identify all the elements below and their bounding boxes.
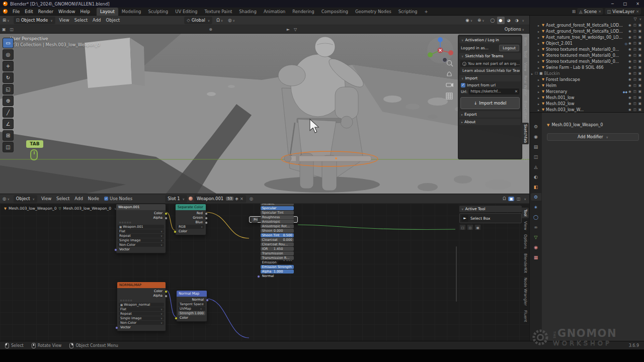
node-row[interactable]: Tangent Space xyxy=(178,302,205,306)
outliner-row[interactable]: ▸ ▼ Stereo textured mesh_Material0_0... … xyxy=(530,58,644,64)
node-title[interactable]: Weapon.001 xyxy=(116,204,166,210)
sidebar-tab[interactable]: BoxCutter xyxy=(522,99,529,121)
render-disable-icon[interactable]: ▣ xyxy=(638,47,641,51)
editor-type-button[interactable]: ⊞ ∨ xyxy=(0,18,12,23)
extensions-icon[interactable]: ⊞ xyxy=(572,9,576,14)
node-row[interactable]: Single Image xyxy=(119,316,164,320)
node-row[interactable]: Strength1.000 xyxy=(178,311,205,315)
workspace-tab[interactable]: Modeling xyxy=(118,8,145,16)
viewport-disable-icon[interactable]: ◫ xyxy=(633,59,636,63)
outliner-row[interactable]: ▸ ▼ Stereo textured mesh_Material0_0... … xyxy=(530,46,644,52)
snap-toggle[interactable]: Ω ∨ xyxy=(214,18,225,23)
properties-tab[interactable]: ▽ xyxy=(531,233,541,241)
object-visibility-dropdown[interactable]: ◉ ∨ xyxy=(463,18,475,23)
object-name[interactable]: Forest landscape xyxy=(546,77,628,82)
scene-selector[interactable]: ◬ Scene × xyxy=(577,8,603,15)
workspace-tab[interactable]: Layout xyxy=(97,8,118,16)
properties-tab[interactable]: ◐ xyxy=(531,173,541,180)
transform-orientation-select[interactable]: ◇ Global ∨ xyxy=(184,17,212,24)
node-row[interactable]: Alpha xyxy=(118,216,164,220)
node-row[interactable]: Specular0.500 xyxy=(261,206,294,210)
proportional-edit-toggle[interactable]: ◎ ∨ xyxy=(225,18,237,23)
close-button[interactable]: × xyxy=(631,0,644,8)
render-disable-icon[interactable]: ▣ xyxy=(638,35,641,39)
object-name[interactable]: Aset_ground_forest_M_tletcalfa_LOD... xyxy=(546,29,628,34)
tool-button[interactable]: ◎ xyxy=(3,49,14,60)
properties-tab[interactable]: ⚙ xyxy=(531,193,541,201)
expand-icon[interactable]: ▸ xyxy=(538,78,541,81)
tool-fallback-icon[interactable]: ▣ xyxy=(0,27,8,32)
workspace-tab[interactable]: Texture Paint xyxy=(201,8,236,16)
shading-material-button[interactable]: ◕ xyxy=(505,17,513,24)
node-image-texture-normal[interactable]: NORMALMAP Color Alpha Weapon_normal xyxy=(117,282,166,331)
expand-icon[interactable]: ▸ xyxy=(531,72,535,75)
workspace-tab[interactable]: Animation xyxy=(260,8,289,16)
outliner-row[interactable]: ▸ ▼ Helm ◉ ◫ ▣ xyxy=(530,82,644,88)
teams-section-header[interactable]: ∨ Sketchfab for Teams xyxy=(459,53,521,59)
workspace-tab[interactable]: Rendering xyxy=(289,8,317,16)
node-principled-bsdf[interactable]: Principled BSDF BSDF GGX Random Walk Bas… xyxy=(249,216,298,223)
import-section-header[interactable]: ∨ Import xyxy=(459,75,521,81)
viewport-disable-icon[interactable]: ◫ xyxy=(633,83,636,87)
expand-icon[interactable]: ▸ xyxy=(538,66,541,69)
node-row[interactable]: Roughness0.500 xyxy=(261,215,294,219)
node-row[interactable]: Color xyxy=(177,229,204,233)
render-disable-icon[interactable]: ▣ xyxy=(638,102,641,106)
sidebar-tab[interactable]: Node Wrangler xyxy=(522,276,529,307)
expand-icon[interactable]: ▸ xyxy=(538,96,541,100)
sidebar-tab[interactable]: Sketchfab xyxy=(522,123,529,144)
node-row[interactable]: Color xyxy=(178,316,205,320)
3d-viewport[interactable]: User Perspective (23) Collection | Mesh.… xyxy=(0,34,529,194)
node-separate-color[interactable]: Separate Color Red Green Blue RGB xyxy=(175,204,206,235)
hide-icon[interactable]: ◉ xyxy=(628,96,631,100)
viewport-disable-icon[interactable]: ◫ xyxy=(633,89,636,94)
node-row[interactable]: Alpha1.000 xyxy=(261,269,294,274)
render-disable-icon[interactable]: ▣ xyxy=(638,71,641,75)
expand-icon[interactable]: ▸ xyxy=(538,60,541,63)
hide-icon[interactable]: ◉ xyxy=(628,41,631,45)
render-disable-icon[interactable]: ▣ xyxy=(638,108,641,112)
render-disable-icon[interactable]: ▣ xyxy=(638,23,641,27)
render-disable-icon[interactable]: ▣ xyxy=(638,96,641,100)
tool-button[interactable]: ∠ xyxy=(3,119,14,129)
select-mode-extend-icon[interactable]: ◫ xyxy=(467,224,473,230)
node-row[interactable]: Weapon.001 xyxy=(118,225,164,229)
outliner-row[interactable]: ▸ ▼ Stereo textured mesh_Material0_0... … xyxy=(530,52,644,58)
viewport-disable-icon[interactable]: ◫ xyxy=(633,71,636,75)
activation-section-header[interactable]: ∨ Activation / Log in xyxy=(459,37,521,43)
node-row[interactable]: Clearcoat Rou...0.030 xyxy=(261,242,294,246)
outliner-row[interactable]: ▸ ▼ Mesh.003_low_W... ◉ ◫ ▣ xyxy=(530,107,644,113)
editor-options-icon[interactable]: ◫ xyxy=(517,197,521,201)
object-name[interactable]: Stereo textured mesh_Material0_0... xyxy=(546,53,628,58)
outliner-row[interactable]: ▸ ▼ Aset_ground_forest_M_tletcalfa_LOD..… xyxy=(530,28,644,34)
options-dropdown[interactable]: Options ∨ xyxy=(505,27,524,32)
viewlayer-unlink-icon[interactable]: × xyxy=(636,10,639,14)
node-row[interactable]: Specular Tint0.000 xyxy=(261,211,294,215)
hide-icon[interactable]: ◉ xyxy=(628,89,631,94)
viewport-menu[interactable]: Add xyxy=(90,16,103,24)
node-row[interactable]: Flat xyxy=(118,229,164,233)
expand-icon[interactable]: ▸ xyxy=(538,108,541,112)
fake-user-shield-icon[interactable]: ◈ xyxy=(235,196,238,201)
hide-icon[interactable]: ◉ xyxy=(628,47,631,51)
hide-icon[interactable]: ◉ xyxy=(628,108,631,112)
node-row[interactable]: Blue xyxy=(177,220,204,224)
node-row[interactable]: UVMap xyxy=(178,307,205,311)
export-section-header[interactable]: ▸ Export xyxy=(459,111,521,118)
node-title[interactable]: Normal Map xyxy=(177,291,207,297)
workspace-tab[interactable]: Sculpting xyxy=(144,8,172,16)
sidebar-tab[interactable]: QuickCl xyxy=(522,146,529,163)
menubar-menu[interactable]: Help xyxy=(77,8,92,16)
outliner-row[interactable]: ▸ ☐ ▦ BLockin ◉ ◫ ▣ xyxy=(530,70,644,76)
url-input[interactable]: https://sketchf... × xyxy=(469,88,519,95)
viewport-menu[interactable]: View xyxy=(57,16,72,24)
collection-checkbox[interactable]: ☐ xyxy=(535,71,538,75)
shading-wireframe-button[interactable]: ◯ xyxy=(489,17,497,24)
properties-tab[interactable]: ◯ xyxy=(531,213,541,221)
hide-icon[interactable]: ◉ xyxy=(628,102,631,106)
properties-tab[interactable]: ◉ xyxy=(531,133,541,140)
expand-icon[interactable]: ▸ xyxy=(538,36,541,39)
hide-icon[interactable]: ◉ xyxy=(628,53,631,57)
node-row[interactable]: Sheen Tint0.500 xyxy=(261,233,294,237)
node-row[interactable]: Single Image xyxy=(118,238,164,242)
